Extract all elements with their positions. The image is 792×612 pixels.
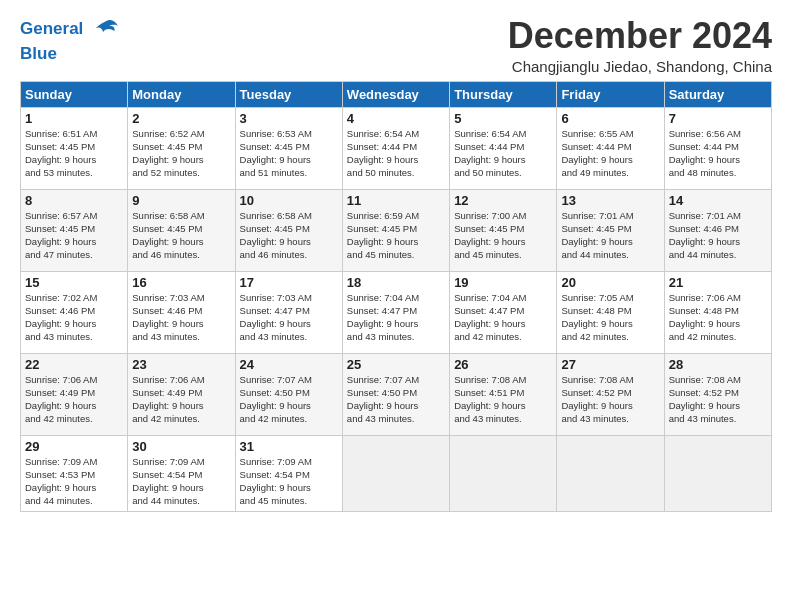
list-item: 25Sunrise: 7:07 AMSunset: 4:50 PMDayligh… xyxy=(342,353,449,435)
list-item: 30Sunrise: 7:09 AMSunset: 4:54 PMDayligh… xyxy=(128,435,235,511)
list-item: 8Sunrise: 6:57 AMSunset: 4:45 PMDaylight… xyxy=(21,189,128,271)
empty-cell xyxy=(664,435,771,511)
list-item: 31Sunrise: 7:09 AMSunset: 4:54 PMDayligh… xyxy=(235,435,342,511)
list-item: 24Sunrise: 7:07 AMSunset: 4:50 PMDayligh… xyxy=(235,353,342,435)
list-item: 22Sunrise: 7:06 AMSunset: 4:49 PMDayligh… xyxy=(21,353,128,435)
col-thursday: Thursday xyxy=(450,81,557,107)
table-row: 29Sunrise: 7:09 AMSunset: 4:53 PMDayligh… xyxy=(21,435,772,511)
empty-cell xyxy=(342,435,449,511)
list-item: 13Sunrise: 7:01 AMSunset: 4:45 PMDayligh… xyxy=(557,189,664,271)
list-item: 14Sunrise: 7:01 AMSunset: 4:46 PMDayligh… xyxy=(664,189,771,271)
list-item: 12Sunrise: 7:00 AMSunset: 4:45 PMDayligh… xyxy=(450,189,557,271)
calendar-header-row: Sunday Monday Tuesday Wednesday Thursday… xyxy=(21,81,772,107)
list-item: 27Sunrise: 7:08 AMSunset: 4:52 PMDayligh… xyxy=(557,353,664,435)
table-row: 15Sunrise: 7:02 AMSunset: 4:46 PMDayligh… xyxy=(21,271,772,353)
list-item: 6Sunrise: 6:55 AMSunset: 4:44 PMDaylight… xyxy=(557,107,664,189)
list-item: 17Sunrise: 7:03 AMSunset: 4:47 PMDayligh… xyxy=(235,271,342,353)
table-row: 22Sunrise: 7:06 AMSunset: 4:49 PMDayligh… xyxy=(21,353,772,435)
calendar-table: Sunday Monday Tuesday Wednesday Thursday… xyxy=(20,81,772,512)
list-item: 28Sunrise: 7:08 AMSunset: 4:52 PMDayligh… xyxy=(664,353,771,435)
bird-icon xyxy=(90,16,120,44)
list-item: 1Sunrise: 6:51 AMSunset: 4:45 PMDaylight… xyxy=(21,107,128,189)
location: Changjianglu Jiedao, Shandong, China xyxy=(508,58,772,75)
list-item: 10Sunrise: 6:58 AMSunset: 4:45 PMDayligh… xyxy=(235,189,342,271)
list-item: 19Sunrise: 7:04 AMSunset: 4:47 PMDayligh… xyxy=(450,271,557,353)
empty-cell xyxy=(557,435,664,511)
list-item: 16Sunrise: 7:03 AMSunset: 4:46 PMDayligh… xyxy=(128,271,235,353)
logo-blue: Blue xyxy=(20,44,120,64)
list-item: 5Sunrise: 6:54 AMSunset: 4:44 PMDaylight… xyxy=(450,107,557,189)
col-saturday: Saturday xyxy=(664,81,771,107)
list-item: 20Sunrise: 7:05 AMSunset: 4:48 PMDayligh… xyxy=(557,271,664,353)
table-row: 1Sunrise: 6:51 AMSunset: 4:45 PMDaylight… xyxy=(21,107,772,189)
empty-cell xyxy=(450,435,557,511)
list-item: 2Sunrise: 6:52 AMSunset: 4:45 PMDaylight… xyxy=(128,107,235,189)
list-item: 18Sunrise: 7:04 AMSunset: 4:47 PMDayligh… xyxy=(342,271,449,353)
col-tuesday: Tuesday xyxy=(235,81,342,107)
list-item: 11Sunrise: 6:59 AMSunset: 4:45 PMDayligh… xyxy=(342,189,449,271)
table-row: 8Sunrise: 6:57 AMSunset: 4:45 PMDaylight… xyxy=(21,189,772,271)
col-sunday: Sunday xyxy=(21,81,128,107)
title-block: December 2024 Changjianglu Jiedao, Shand… xyxy=(508,16,772,75)
list-item: 15Sunrise: 7:02 AMSunset: 4:46 PMDayligh… xyxy=(21,271,128,353)
list-item: 3Sunrise: 6:53 AMSunset: 4:45 PMDaylight… xyxy=(235,107,342,189)
header: General Blue December 2024 Changjianglu … xyxy=(20,16,772,75)
logo: General Blue xyxy=(20,16,120,64)
list-item: 9Sunrise: 6:58 AMSunset: 4:45 PMDaylight… xyxy=(128,189,235,271)
page-container: General Blue December 2024 Changjianglu … xyxy=(0,0,792,522)
col-wednesday: Wednesday xyxy=(342,81,449,107)
list-item: 21Sunrise: 7:06 AMSunset: 4:48 PMDayligh… xyxy=(664,271,771,353)
list-item: 29Sunrise: 7:09 AMSunset: 4:53 PMDayligh… xyxy=(21,435,128,511)
month-title: December 2024 xyxy=(508,16,772,56)
list-item: 26Sunrise: 7:08 AMSunset: 4:51 PMDayligh… xyxy=(450,353,557,435)
col-monday: Monday xyxy=(128,81,235,107)
list-item: 7Sunrise: 6:56 AMSunset: 4:44 PMDaylight… xyxy=(664,107,771,189)
list-item: 23Sunrise: 7:06 AMSunset: 4:49 PMDayligh… xyxy=(128,353,235,435)
list-item: 4Sunrise: 6:54 AMSunset: 4:44 PMDaylight… xyxy=(342,107,449,189)
col-friday: Friday xyxy=(557,81,664,107)
